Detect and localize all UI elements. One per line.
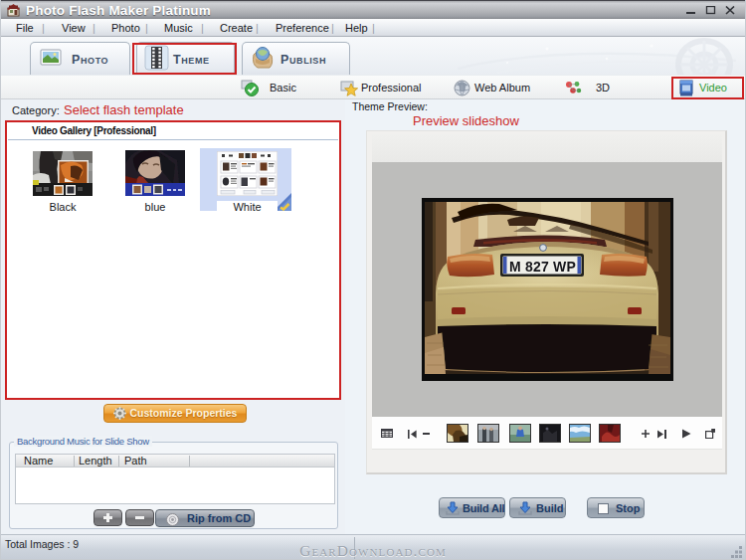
- svg-text:M 827 WP: M 827 WP: [509, 259, 576, 275]
